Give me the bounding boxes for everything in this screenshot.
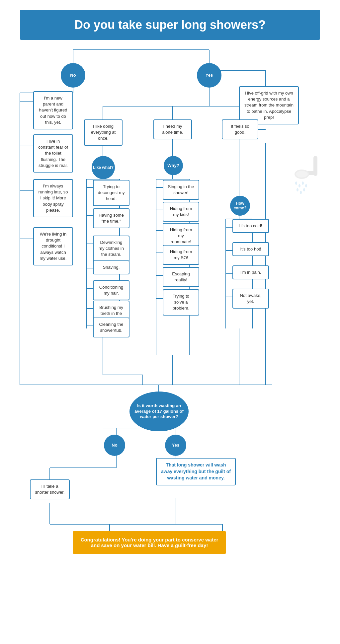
solve-problem-box: Trying to solve a problem. (163, 289, 199, 316)
main-title: Do you take super long showers? (40, 18, 300, 32)
flowchart: No Yes I live off-grid with my own energ… (0, 40, 340, 644)
cleaning-box: Cleaning the shower/tub. (93, 318, 129, 337)
alone-time-box: I need my alone time. (153, 119, 192, 139)
hiding-so-box: Hiding from my SO! (163, 245, 199, 265)
no2-circle: No (104, 435, 125, 456)
not-awake-box: Not awake, yet. (232, 289, 269, 309)
why-circle: Why? (164, 156, 183, 175)
conditioning-box: Conditioning my hair. (93, 280, 129, 300)
dewrinkling-box: Dewrinkling my clothes in the steam. (93, 236, 129, 262)
yes2-circle: Yes (165, 435, 186, 456)
drought-box: We're living in drought conditions! I al… (33, 227, 73, 265)
like-what-circle: Like what? (92, 156, 115, 179)
shaving-box: Shaving. (93, 260, 129, 274)
svg-point-9 (300, 191, 302, 194)
singing-box: Singing in the shower! (163, 180, 199, 200)
new-parent-box: I'm a new parent and haven't figured out… (33, 91, 73, 129)
like-doing-box: I like doing everything at once. (84, 119, 123, 146)
escaping-box: Escaping reality! (163, 267, 199, 287)
too-cold-box: It's too cold! (232, 219, 269, 233)
svg-point-8 (297, 188, 298, 191)
hiding-kids-box: Hiding from my kids! (163, 202, 199, 222)
guilt-box: That long shower will wash away everythi… (156, 458, 236, 485)
feels-good-box: It feels so good. (222, 119, 258, 139)
how-come-circle: How come? (230, 196, 250, 216)
decongest-box: Trying to decongest my head. (93, 180, 129, 206)
too-hot-box: It's too hot! (232, 242, 269, 256)
svg-point-7 (305, 184, 307, 187)
no-circle: No (61, 63, 85, 88)
yes-circle: Yes (197, 63, 221, 88)
always-late-box: I'm always running late, so I skip it! M… (33, 179, 73, 217)
in-pain-box: I'm in pain. (232, 265, 269, 279)
svg-point-3 (296, 171, 308, 178)
shower-icon (290, 153, 330, 207)
shorter-shower-box: I'll take a shorter shower. (30, 479, 70, 499)
svg-point-4 (295, 181, 297, 185)
congrats-box: Congratulations! You're doing your part … (73, 531, 226, 554)
svg-point-10 (303, 188, 305, 191)
infographic: Do you take super long showers? (0, 10, 340, 644)
off-grid-box: I live off-grid with my own energy sourc… (239, 86, 299, 124)
worth-wasting-circle: Is it worth wasting an average of 17 gal… (129, 392, 189, 431)
svg-point-5 (298, 184, 300, 187)
svg-point-6 (302, 181, 304, 185)
me-time-box: Having some "me time." (93, 208, 129, 228)
fear-toilet-box: I live in constant fear of the toilet fl… (33, 134, 73, 173)
header-box: Do you take super long showers? (20, 10, 320, 40)
